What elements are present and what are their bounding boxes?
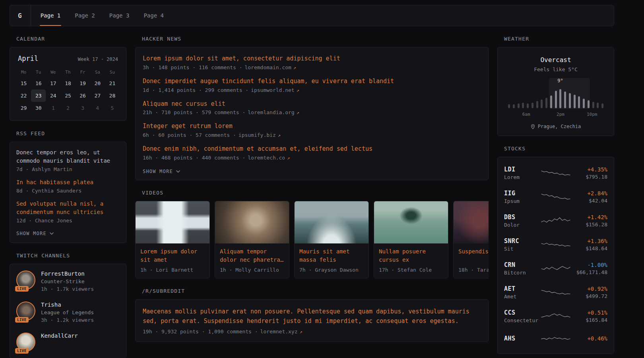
channel-name[interactable]: Trisha <box>41 302 94 308</box>
rss-item-title[interactable]: Sed volutpat nulla nisl, a condimentum n… <box>16 200 120 216</box>
hn-item-domain-link[interactable]: ipsumworld.net↗ <box>251 87 299 93</box>
rss-item: Donec tempor eros leo, ut commodo mauris… <box>16 148 120 172</box>
hn-item-domain-link[interactable]: ipsumify.biz↗ <box>239 132 281 138</box>
hn-item: Donec enim nibh, condimentum et accumsan… <box>143 145 481 161</box>
subreddit-post-title[interactable]: Maecenas mollis pulvinar erat non posuer… <box>143 307 481 326</box>
calendar-day[interactable]: 15 <box>16 77 31 90</box>
stock-row[interactable]: LDILorem +4.35%$795.18 <box>504 161 607 185</box>
calendar-day[interactable]: 17 <box>46 77 60 90</box>
twitch-channel[interactable]: LIVE Trisha League of Legends 3h · 1.2k … <box>16 302 120 323</box>
stock-change: +1.42% <box>572 214 607 220</box>
stock-change: +0.92% <box>572 286 607 292</box>
twitch-channel[interactable]: LIVE KendallCarr <box>16 333 120 352</box>
video-thumbnail[interactable] <box>215 201 289 243</box>
tab-page-3[interactable]: Page 3 <box>109 5 130 26</box>
right-column: WEATHER Overcast Feels like 5°C 9° 6am 2… <box>497 26 614 354</box>
video-card[interactable]: Suspendisse diam 18h · Tara <box>453 201 489 278</box>
tab-page-2[interactable]: Page 2 <box>75 5 95 26</box>
video-title[interactable]: Lorem ipsum dolor sit amet consectetu… <box>136 243 209 264</box>
hn-item-title[interactable]: Lorem ipsum dolor sit amet, consectetur … <box>143 54 481 63</box>
video-card[interactable]: Lorem ipsum dolor sit amet consectetu… 1… <box>135 201 210 278</box>
hn-item-title[interactable]: Donec imperdiet augue tincidunt felis al… <box>143 77 481 86</box>
subreddit-post-stats: 19h · 9,932 points · 1,090 comments · <box>143 329 258 335</box>
weekday-label: Mo <box>16 70 31 75</box>
weather-bar <box>550 95 552 108</box>
calendar-day-next-month[interactable]: 5 <box>105 102 120 114</box>
calendar-day[interactable]: 20 <box>90 77 105 90</box>
calendar-day[interactable]: 19 <box>76 77 90 90</box>
calendar-day-next-month[interactable]: 1 <box>46 102 60 114</box>
stock-row[interactable]: DBSDolor +1.42%$156.28 <box>504 209 607 233</box>
hn-item-title[interactable]: Aliquam nec cursus elit <box>143 100 481 109</box>
tab-page-4[interactable]: Page 4 <box>144 5 164 26</box>
rss-item-title[interactable]: Donec tempor eros leo, ut commodo mauris… <box>16 148 120 165</box>
calendar-day[interactable]: 21 <box>105 77 120 90</box>
video-thumbnail[interactable] <box>295 201 369 243</box>
calendar-day[interactable]: 27 <box>90 90 105 102</box>
stock-ticker[interactable]: IIG <box>504 190 539 197</box>
video-meta: 18h · Tara <box>454 264 489 278</box>
video-title[interactable]: Aliquam tempor dolor nec pharetra… <box>215 243 289 264</box>
hn-item: Lorem ipsum dolor sit amet, consectetur … <box>143 54 481 70</box>
calendar-day[interactable]: 25 <box>60 90 75 102</box>
rss-item-title[interactable]: In hac habitasse platea <box>16 178 120 187</box>
calendar-day-today[interactable]: 23 <box>31 90 46 102</box>
video-title[interactable]: Nullam posuere cursus ex <box>374 243 448 264</box>
stock-ticker[interactable]: CRN <box>504 261 539 268</box>
time-label: 10pm <box>587 112 597 117</box>
hn-item-domain-link[interactable]: loremtech.co↗ <box>248 155 290 161</box>
calendar-day[interactable]: 26 <box>76 90 90 102</box>
calendar-day[interactable]: 28 <box>105 90 120 102</box>
calendar-day[interactable]: 22 <box>16 90 31 102</box>
calendar-day-next-month[interactable]: 3 <box>76 102 90 114</box>
stock-row[interactable]: AHS +0.46% <box>504 328 607 350</box>
stock-row[interactable]: SNRCSit +1.36%$148.64 <box>504 233 607 257</box>
hn-item-title[interactable]: Donec enim nibh, condimentum et accumsan… <box>143 145 481 154</box>
stock-ticker[interactable]: CCS <box>504 309 539 316</box>
video-thumbnail[interactable] <box>454 201 489 243</box>
calendar-day[interactable]: 18 <box>60 77 75 90</box>
stock-sparkline <box>539 215 572 227</box>
rss-section-title: RSS FEED <box>16 130 126 136</box>
hn-item-stats: 6h · 60 points · 57 comments · <box>143 132 236 138</box>
stock-row[interactable]: IIGIpsum +2.84%$42.04 <box>504 185 607 209</box>
video-title[interactable]: Mauris sit amet massa felis <box>295 243 369 264</box>
page-tabs: Page 1 Page 2 Page 3 Page 4 <box>41 5 164 26</box>
stock-ticker[interactable]: SNRC <box>504 237 539 245</box>
stock-ticker[interactable]: AET <box>504 285 539 292</box>
video-thumbnail[interactable] <box>374 201 448 243</box>
stock-row[interactable]: CCSConsectetur +0.51%$165.84 <box>504 304 607 328</box>
subreddit-domain-link[interactable]: loremnet.xyz↗ <box>260 329 303 335</box>
video-card[interactable]: Mauris sit amet massa felis 7h · Grayson… <box>294 201 369 278</box>
calendar-day[interactable]: 24 <box>46 90 60 102</box>
rss-show-more-button[interactable]: SHOW MORE <box>16 230 54 236</box>
video-thumbnail[interactable] <box>136 201 209 243</box>
video-card[interactable]: Aliquam tempor dolor nec pharetra… 1h · … <box>215 201 289 278</box>
channel-category[interactable]: League of Legends <box>41 309 94 315</box>
stock-ticker[interactable]: AHS <box>504 335 539 342</box>
stock-change: +0.51% <box>572 309 607 316</box>
channel-name[interactable]: ForrestBurton <box>41 270 94 277</box>
calendar-day[interactable]: 30 <box>31 102 46 114</box>
hackernews-section-title: HACKER NEWS <box>142 36 489 42</box>
hn-item-title[interactable]: Integer eget rutrum lorem <box>143 122 481 131</box>
calendar-day[interactable]: 29 <box>16 102 31 114</box>
stock-row[interactable]: CRNBitcorn -1.00%$66,171.48 <box>504 257 607 280</box>
hn-item-domain-link[interactable]: loremlandia.org↗ <box>248 109 299 115</box>
hn-item-domain-link[interactable]: loremdomain.com↗ <box>244 64 296 70</box>
video-card[interactable]: Nullam posuere cursus ex 17h · Stefan Co… <box>374 201 448 278</box>
hn-show-more-button[interactable]: SHOW MORE <box>143 167 180 174</box>
tab-page-1[interactable]: Page 1 <box>41 5 61 26</box>
calendar-day[interactable]: 16 <box>31 77 46 90</box>
stock-ticker[interactable]: LDI <box>504 166 539 173</box>
calendar-day-next-month[interactable]: 4 <box>90 102 105 114</box>
video-title[interactable]: Suspendisse diam <box>454 243 489 264</box>
channel-category[interactable]: Counter-Strike <box>41 278 94 284</box>
stock-name: Amet <box>504 294 539 300</box>
stock-ticker[interactable]: DBS <box>504 214 539 221</box>
twitch-channel[interactable]: LIVE ForrestBurton Counter-Strike 1h · 1… <box>16 270 120 292</box>
app-logo[interactable]: G <box>18 5 31 26</box>
channel-name[interactable]: KendallCarr <box>41 333 78 339</box>
stock-row[interactable]: AETAmet +0.92%$499.72 <box>504 280 607 304</box>
calendar-day-next-month[interactable]: 2 <box>60 102 75 114</box>
